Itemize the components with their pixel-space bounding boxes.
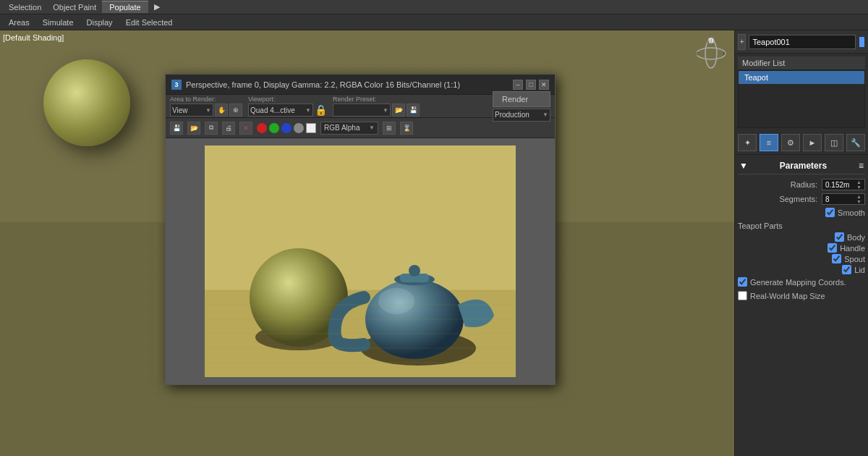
modifier-item-teapot[interactable]: Teapot [739,71,864,84]
panel-modifier-btn[interactable]: ≡ [760,134,778,151]
alpha-channel-circle[interactable] [294,123,304,133]
segments-value[interactable]: 8 ▲▼ [822,193,865,205]
panel-hierarchy-btn[interactable]: ⚙ [781,134,800,151]
svg-text:Y: Y [707,40,710,44]
menu2-areas[interactable]: Areas [3,17,35,28]
radius-value[interactable]: 0.152m ▲▼ [822,179,865,190]
body-label: Body [847,233,865,242]
right-panel: + Modifier List Teapot ✦ ≡ ⚙ ► [734,30,868,456]
lock-icon[interactable]: 🔒 [315,104,327,116]
generate-mapping-label: Generate Mapping Coords. [750,278,846,287]
segments-spinner[interactable]: ▲▼ [856,194,861,204]
smooth-checkbox[interactable] [825,208,835,217]
hierarchy-icon: ⚙ [787,138,794,148]
open-file-icon[interactable]: 📂 [187,122,200,135]
panel-motion-btn[interactable]: ► [803,134,822,151]
svg-text:Z: Z [696,51,699,56]
load-preset-icon[interactable]: 📂 [392,104,405,117]
radius-spinner[interactable]: ▲▼ [856,180,861,190]
menu-item-selection[interactable]: Selection [3,1,47,13]
handle-checkbox[interactable] [827,243,837,253]
dialog-title-text: Perspective, frame 0, Display Gamma: 2.2… [186,80,460,89]
white-square[interactable] [306,123,316,133]
channel-select[interactable]: RGB Alpha ▼ [320,122,378,135]
dialog-toolbar1: Area to Render: View ▼ ✋ ⊕ Viewport: [166,95,555,118]
svg-text:X: X [723,51,726,56]
viewport-gizmo: Y X Z [694,36,728,73]
svg-point-3 [697,48,726,59]
menu-item-populate[interactable]: Populate [102,1,148,13]
area-crosshair-icon[interactable]: ⊕ [229,104,242,117]
generate-mapping-row: Generate Mapping Coords. [738,275,865,289]
panel-display-btn[interactable]: ◫ [825,134,843,151]
spout-checkbox[interactable] [832,254,841,263]
red-channel-circle[interactable] [257,123,267,133]
dialog-close-btn[interactable]: ✕ [539,80,549,90]
channel-icons [257,123,316,133]
second-menu-bar: Areas Simulate Display Edit Selected [0,14,868,30]
handle-label: Handle [840,244,865,253]
motion-icon: ► [809,138,817,147]
render-preset-group: Render Preset: ▼ 📂 💾 [333,96,420,117]
viewport-group: Viewport: Quad 4...ctive ▼ 🔒 [248,96,327,117]
area-to-render-select[interactable]: View ▼ [170,104,213,117]
menu-item-extra[interactable]: ▶ [148,1,166,13]
save-preset-icon[interactable]: 💾 [407,104,420,117]
dialog-title-icon: 3 [171,80,182,90]
object-name-input[interactable] [749,35,856,49]
area-to-render-label: Area to Render: [170,96,242,103]
body-checkbox[interactable] [835,232,844,242]
clear-icon[interactable]: ✕ [239,122,252,135]
real-world-map-checkbox[interactable] [738,291,747,300]
render-btn-group: Render Production ▼ [493,91,550,122]
modifier-list-header: Modifier List [738,56,865,70]
spout-label: Spout [844,255,865,263]
menu2-simulate[interactable]: Simulate [37,17,80,28]
modifier-list-section: Modifier List Teapot [735,54,868,131]
generate-mapping-checkbox[interactable] [738,277,747,287]
menu-item-object-paint[interactable]: Object Paint [47,1,102,13]
dialog-controls: – □ ✕ [513,80,549,90]
production-select[interactable]: Production ▼ [493,109,550,122]
lid-label: Lid [854,266,865,274]
save-file-icon[interactable]: 💾 [170,122,183,135]
segments-label: Segments: [738,195,822,203]
parameters-section: ▼ Parameters ≡ Radius: 0.152m ▲▼ Segment… [735,155,868,456]
spout-row: Spout [738,253,865,264]
params-options-icon[interactable]: ≡ [859,161,864,171]
body-row: Body [738,232,865,242]
handle-row: Handle [738,242,865,253]
viewport-select[interactable]: Quad 4...ctive ▼ [248,104,313,117]
viewport[interactable]: [Default Shading] Y X Z 3 Perspective, f… [0,30,734,456]
svg-point-19 [409,265,420,276]
render-history-icon[interactable]: ⌛ [400,122,413,135]
green-channel-circle[interactable] [269,123,279,133]
smooth-label: Smooth [838,208,865,217]
render-preset-select[interactable]: ▼ [333,104,391,117]
param-icon: ✦ [744,138,751,148]
panel-param-btn[interactable]: ✦ [738,134,757,151]
dialog-maximize-btn[interactable]: □ [526,80,536,90]
add-object-btn[interactable]: + [738,34,746,50]
menu2-display[interactable]: Display [81,17,119,28]
lid-checkbox[interactable] [842,265,851,274]
viewport-sphere [43,59,130,146]
params-collapse-icon[interactable]: ▼ [739,161,748,171]
print-icon[interactable]: 🖨 [222,122,235,135]
render-button[interactable]: Render [493,91,550,107]
object-name-toolbar: + [735,30,868,54]
panel-icons-row: ✦ ≡ ⚙ ► ◫ 🔧 [735,131,868,155]
dialog-minimize-btn[interactable]: – [513,80,523,90]
viewport-label: [Default Shading] [3,33,64,42]
blue-channel-circle[interactable] [281,123,292,133]
show-grid-icon[interactable]: ⊞ [383,122,396,135]
render-dialog: 3 Perspective, frame 0, Display Gamma: 2… [165,74,556,385]
area-to-render-group: Area to Render: View ▼ ✋ ⊕ [170,96,242,117]
menu2-edit-selected[interactable]: Edit Selected [120,17,179,28]
area-cursor-icon[interactable]: ✋ [215,104,228,117]
main-content: [Default Shading] Y X Z 3 Perspective, f… [0,30,868,456]
clone-icon[interactable]: ⧉ [205,122,218,135]
panel-utils-btn[interactable]: 🔧 [846,134,865,151]
object-color-btn[interactable] [859,36,865,48]
utils-icon: 🔧 [851,138,861,148]
